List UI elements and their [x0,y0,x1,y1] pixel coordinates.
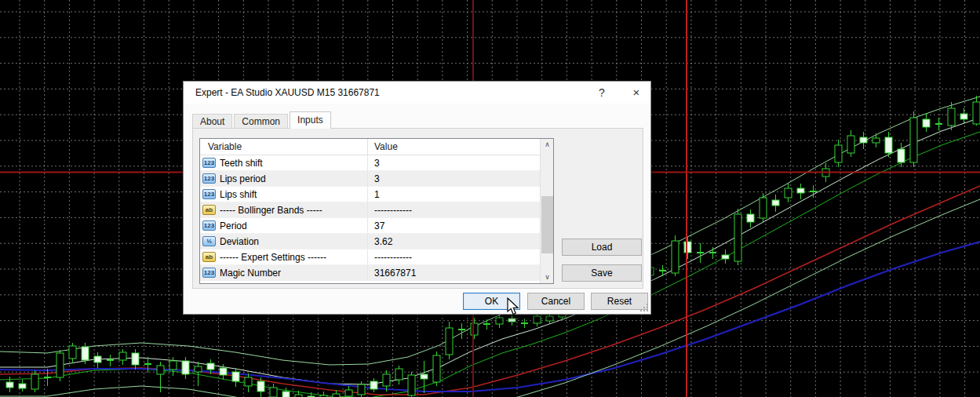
column-header-variable[interactable]: Variable [200,139,368,155]
string-param-icon: ab [202,205,216,215]
parameters-table: Variable Value 123Teeth shift3123Lips pe… [199,138,554,284]
integer-param-icon: 123 [202,158,216,168]
integer-param-icon: 123 [202,189,216,199]
tab-common[interactable]: Common [234,114,288,129]
expert-properties-dialog: Expert - EA Studio XAUUSD M15 31667871 ?… [183,81,651,315]
variable-cell: 123Lips shift [200,187,368,202]
integer-param-icon: 123 [202,268,216,278]
tab-inputs[interactable]: Inputs [290,111,331,129]
help-icon: ? [599,86,605,99]
column-header-value[interactable]: Value [368,139,540,155]
variable-label: Deviation [220,236,259,247]
table-row[interactable]: ab------ Expert Settings ---------------… [200,249,540,265]
close-button[interactable]: × [626,83,647,102]
variable-cell: 123Period [200,218,368,233]
metatrader-workspace: Expert - EA Studio XAUUSD M15 31667871 ?… [0,0,980,397]
mouse-cursor-icon [505,297,522,316]
variable-cell: ab------ Expert Settings ------ [200,249,368,264]
scroll-down-icon[interactable]: ∨ [541,271,554,283]
table-rows: 123Teeth shift3123Lips period3123Lips sh… [200,155,540,283]
table-row[interactable]: 123Lips period3 [200,171,540,187]
variable-cell: ab----- Bollinger Bands ----- [200,202,368,217]
variable-cell: 123Lips period [200,171,368,186]
variable-label: Lips period [220,173,266,184]
variable-cell: 123Magic Number [200,265,368,280]
table-row[interactable]: 123Teeth shift3 [200,155,540,171]
scroll-up-icon[interactable]: ∧ [541,139,554,151]
variable-label: Lips shift [220,189,257,200]
dialog-titlebar[interactable]: Expert - EA Studio XAUUSD M15 31667871 ?… [184,82,650,104]
tab-strip: AboutCommonInputs [192,111,333,129]
resize-grip-icon[interactable] [640,304,648,311]
table-header[interactable]: Variable Value [200,139,540,155]
help-button[interactable]: ? [592,83,612,102]
scrollbar-thumb[interactable] [541,196,553,253]
string-param-icon: ab [202,252,216,262]
save-button[interactable]: Save [562,264,642,282]
table-row[interactable]: 123Period37 [200,218,540,234]
integer-param-icon: 123 [202,173,216,184]
double-param-icon: ½ [202,236,216,246]
value-cell[interactable]: 1 [368,189,540,200]
inputs-tab-page: Variable Value 123Teeth shift3123Lips pe… [192,128,643,289]
close-icon: × [633,86,640,99]
tab-about[interactable]: About [192,114,232,129]
value-cell[interactable]: 3 [368,158,540,169]
table-row[interactable]: 123Magic Number31667871 [200,265,540,281]
value-cell[interactable]: 31667871 [368,268,540,279]
load-button[interactable]: Load [562,239,642,256]
variable-label: ----- Bollinger Bands ----- [220,205,322,216]
variable-label: Teeth shift [220,158,263,169]
variable-label: ------ Expert Settings ------ [220,252,326,263]
table-row[interactable]: 123Lips shift1 [200,187,540,202]
value-cell[interactable]: ------------ [368,252,540,263]
variable-cell: ½Deviation [200,234,368,249]
dialog-title: Expert - EA Studio XAUUSD M15 31667871 [195,82,380,104]
table-scrollbar[interactable]: ∧ ∨ [540,139,553,283]
variable-cell: 123Teeth shift [200,155,368,170]
table-row[interactable]: ½Deviation3.62 [200,234,540,249]
value-cell[interactable]: ------------ [368,205,540,216]
value-cell[interactable]: 3 [368,173,540,184]
variable-label: Period [220,220,247,231]
variable-label: Magic Number [220,268,281,279]
table-row[interactable]: ab----- Bollinger Bands ----------------… [200,202,540,218]
value-cell[interactable]: 3.62 [368,236,540,247]
cancel-button[interactable]: Cancel [527,293,585,310]
value-cell[interactable]: 37 [368,220,540,231]
integer-param-icon: 123 [202,220,216,231]
